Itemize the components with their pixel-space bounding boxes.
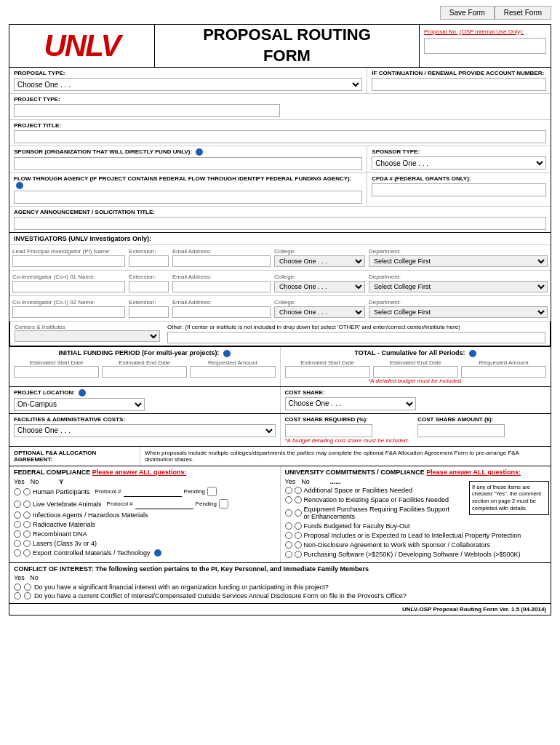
co-inv-02-college-select[interactable]: Choose One . . .	[274, 306, 365, 318]
infectious-yes-radio[interactable]	[14, 511, 21, 519]
proposal-type-select[interactable]: Choose One . . .	[14, 78, 362, 91]
equipment-no-radio[interactable]	[295, 509, 302, 517]
centers-select[interactable]	[15, 330, 160, 342]
continuation-label: If Continuation / Renewal Provide Accoun…	[372, 70, 546, 76]
flow-through-input[interactable]	[14, 191, 362, 204]
radioactive-no-radio[interactable]	[23, 521, 31, 528]
human-yes-radio[interactable]	[14, 488, 21, 495]
buyout-yes-radio[interactable]	[285, 522, 292, 530]
continuation-input[interactable]	[372, 78, 546, 91]
nda-no-radio[interactable]	[295, 541, 302, 549]
funding-total-end-input[interactable]	[373, 366, 458, 378]
cost-share-amt-label: COST SHARE AMOUNT ($):	[417, 416, 546, 423]
dna-no-radio[interactable]	[23, 530, 31, 538]
proposal-no-label: Proposal No. (OSP Internal Use Only):	[424, 28, 546, 35]
conflict-row-2: Do you have a current Conflict of Intere…	[14, 592, 546, 599]
funding-total-amount-input[interactable]	[461, 366, 546, 378]
vertebrate-yes-radio[interactable]	[14, 501, 21, 508]
co-inv-02-dept-select[interactable]: Select College First	[369, 306, 548, 318]
lead-pi-input[interactable]	[12, 255, 125, 267]
lasers-yes-radio[interactable]	[14, 540, 21, 547]
co-inv-02-ext-input[interactable]	[129, 306, 169, 318]
infectious-no-radio[interactable]	[23, 511, 31, 519]
centers-row: Centers & Institutes Other: (If center o…	[9, 322, 551, 346]
funding-initial-start-input[interactable]	[14, 366, 99, 378]
project-type-input[interactable]	[14, 104, 280, 117]
funding-initial-end-input[interactable]	[102, 366, 187, 378]
conflict1-yes-radio[interactable]	[14, 583, 21, 591]
nda-yes-radio[interactable]	[285, 541, 292, 549]
federal-compliance-link[interactable]: Please answer ALL questions:	[92, 469, 187, 476]
equipment-yes-radio[interactable]	[285, 509, 292, 517]
export-yes-radio[interactable]	[14, 549, 21, 557]
lead-pi-college-label: College:	[274, 248, 363, 255]
software-no-radio[interactable]	[295, 551, 302, 558]
project-location-select[interactable]: On-Campus	[14, 398, 145, 411]
buyout-no-radio[interactable]	[295, 522, 302, 530]
human-no-radio[interactable]	[23, 488, 31, 495]
unlv-logo: UNLV	[44, 31, 119, 61]
ip-yes-radio[interactable]	[285, 532, 292, 539]
agency-input[interactable]	[14, 217, 546, 230]
funding-total-end-label: Estimated End Date	[373, 359, 458, 366]
export-no-radio[interactable]	[23, 549, 31, 557]
radioactive-yes-radio[interactable]	[14, 521, 21, 528]
funding-total-label: TOTAL - Cumulative for All Periods:	[285, 349, 547, 357]
cost-share-note: *A budget detailing cost share must be i…	[285, 437, 547, 444]
co-inv-02-label: Co-Investigator (Co-I) 02 Name:	[12, 299, 123, 306]
conflict2-yes-radio[interactable]	[14, 592, 21, 599]
co-inv-01-ext-input[interactable]	[129, 281, 169, 292]
facilities-select[interactable]: Choose One . . .	[14, 424, 276, 437]
space-yes-radio[interactable]	[285, 487, 292, 494]
save-button[interactable]: Save Form	[440, 6, 495, 20]
renovation-no-radio[interactable]	[295, 496, 302, 503]
co-inv-01-college-label: College:	[274, 274, 363, 280]
compliance-row-human: Human Participants Protocol # Pending	[14, 487, 276, 497]
lead-pi-label: Lead Principal Investigator (PI) Name:	[12, 248, 123, 255]
lasers-no-radio[interactable]	[23, 540, 31, 547]
project-title-input[interactable]	[14, 130, 546, 143]
funding-initial-amount-input[interactable]	[190, 366, 275, 378]
co-inv-01-ext-label: Extension:	[129, 274, 167, 280]
funding-total-amount-label: Requested Amount	[461, 359, 546, 366]
space-no-radio[interactable]	[295, 487, 302, 494]
proposal-no-input[interactable]	[424, 38, 546, 54]
vertebrate-pending-checkbox[interactable]	[219, 499, 228, 509]
lead-pi-ext-input[interactable]	[129, 255, 169, 267]
co-inv-01-college-select[interactable]: Choose One . . .	[274, 281, 365, 292]
co-inv-01-email-input[interactable]	[172, 281, 271, 292]
co-inv-02-college-label: College:	[274, 299, 363, 306]
co-inv-02-email-input[interactable]	[172, 306, 271, 318]
reset-button[interactable]: Reset Form	[495, 6, 551, 20]
sponsor-type-select[interactable]: Choose One . . .	[372, 156, 546, 170]
conflict1-no-radio[interactable]	[24, 583, 31, 591]
centers-other-input[interactable]	[167, 332, 545, 343]
cost-share-amt-input[interactable]	[417, 424, 505, 437]
co-inv-01-input[interactable]	[12, 281, 125, 292]
lead-pi-email-input[interactable]	[172, 255, 271, 267]
compliance-row-ip: Proposal Includes or is Expected to Lead…	[285, 532, 547, 539]
cost-share-req-input[interactable]	[285, 424, 372, 437]
cost-share-select[interactable]: Choose One . . .	[285, 397, 416, 410]
cfda-input[interactable]	[372, 183, 546, 196]
dna-yes-radio[interactable]	[14, 530, 21, 538]
software-yes-radio[interactable]	[285, 551, 292, 558]
form-title-cell: PROPOSAL ROUTING FORM	[155, 25, 420, 67]
project-type-label: PROJECT TYPE:	[14, 96, 546, 103]
sponsor-input[interactable]	[14, 157, 362, 170]
cost-share-label: COST SHARE:	[285, 389, 547, 396]
lead-pi-college-select[interactable]: Choose One . . .	[274, 255, 365, 267]
vertebrate-no-radio[interactable]	[23, 501, 31, 508]
ip-no-radio[interactable]	[295, 532, 302, 539]
funding-total-start-input[interactable]	[285, 366, 370, 378]
vertebrate-protocol-input[interactable]	[135, 499, 193, 509]
human-pending-checkbox[interactable]	[207, 487, 217, 496]
lead-pi-dept-select[interactable]: Select College First	[369, 255, 548, 267]
co-inv-01-dept-select[interactable]: Select College First	[369, 281, 548, 292]
proposal-type-label: PROPOSAL TYPE:	[14, 70, 362, 76]
human-protocol-input[interactable]	[124, 487, 182, 497]
renovation-yes-radio[interactable]	[285, 496, 292, 503]
university-compliance-link[interactable]: Please answer ALL questions:	[426, 469, 521, 476]
co-inv-02-input[interactable]	[12, 306, 125, 318]
conflict2-no-radio[interactable]	[24, 592, 31, 599]
